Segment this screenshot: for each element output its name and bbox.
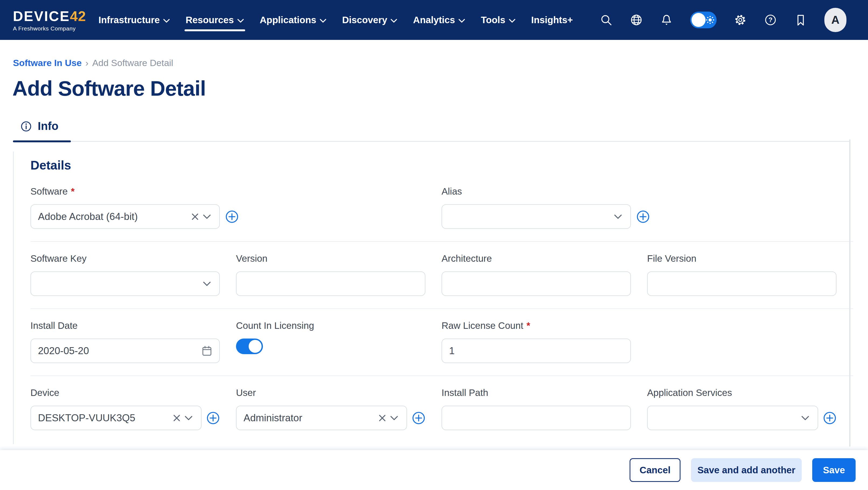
cancel-button[interactable]: Cancel [629,458,681,482]
chevron-down-icon [163,19,170,23]
software-select[interactable]: Adobe Acrobat (64-bit) [30,204,220,229]
notifications-bell-icon[interactable] [660,13,673,26]
chevron-down-icon[interactable] [612,211,624,223]
architecture-input[interactable] [441,271,631,296]
menu-label: Tools [481,15,505,25]
menu-discovery[interactable]: Discovery [342,0,397,40]
device-select[interactable]: DESKTOP-VUUK3Q5 [30,406,202,430]
scrollbar[interactable] [849,139,850,446]
field-install-path: Install Path [441,387,631,430]
field-label: Device [30,387,220,398]
menu-label: Applications [260,15,316,25]
install-path-input[interactable] [441,406,631,430]
form-row-1: Software* Adobe Acrobat (64-bit) Alias [30,186,853,242]
breadcrumb-current: Add Software Detail [92,58,173,68]
field-raw-license-count: Raw License Count* [441,320,631,363]
field-application-services: Application Services [647,387,836,430]
menu-label: Infrastructure [98,15,160,25]
page-title: Add Software Detail [12,76,868,101]
save-and-add-another-button[interactable]: Save and add another [691,458,802,482]
brand-name: DEVICE [13,8,70,24]
help-icon[interactable]: ? [764,13,777,26]
chevron-down-icon[interactable] [388,412,400,424]
menu-label: Resources [186,15,234,25]
chevron-down-icon[interactable] [799,412,811,424]
form-row-2: Software Key Version Architecture File [30,242,853,309]
chevron-down-icon [319,19,327,23]
user-avatar[interactable]: A [824,8,846,32]
chevron-down-icon[interactable] [183,412,194,424]
info-icon [20,120,32,133]
field-architecture: Architecture [441,253,631,296]
breadcrumb-separator: › [85,58,88,68]
user-select[interactable]: Administrator [236,406,407,430]
field-label: Raw License Count* [441,320,631,331]
clear-icon[interactable] [376,412,388,424]
field-label: Count In Licensing [236,320,425,331]
clear-icon[interactable] [189,211,201,223]
chevron-down-icon [458,19,465,23]
count-in-licensing-toggle[interactable] [236,339,263,354]
alias-select[interactable] [441,204,631,229]
add-device-button[interactable] [206,411,220,425]
clear-icon[interactable] [171,412,183,424]
bookmark-icon[interactable] [794,13,807,26]
calendar-icon[interactable] [201,345,213,357]
field-software-key: Software Key [30,253,220,296]
form-row-4: Device DESKTOP-VUUK3Q5 User Administrato… [30,376,853,437]
svg-text:?: ? [769,16,773,24]
form-row-3: Install Date 2020-05-20 Count In Licensi… [30,309,853,376]
add-application-service-button[interactable] [823,411,836,425]
tab-label: Info [38,120,58,133]
field-label: Install Date [30,320,220,331]
field-install-date: Install Date 2020-05-20 [30,320,220,363]
search-icon[interactable] [600,13,613,26]
tab-info[interactable]: Info [13,120,71,142]
theme-toggle[interactable] [690,11,717,28]
add-user-button[interactable] [412,411,425,425]
menu-applications[interactable]: Applications [260,0,327,40]
save-button[interactable]: Save [812,458,856,482]
application-services-select[interactable] [647,406,818,430]
menu-tools[interactable]: Tools [481,0,516,40]
install-date-picker[interactable]: 2020-05-20 [30,339,220,363]
menu-analytics[interactable]: Analytics [413,0,465,40]
chevron-down-icon[interactable] [201,211,213,223]
field-label: User [236,387,425,398]
field-label: Software Key [30,253,220,264]
required-marker: * [527,320,530,331]
field-label: Alias [441,186,631,197]
globe-icon[interactable] [630,13,643,26]
details-heading: Details [30,158,850,173]
install-date-value: 2020-05-20 [38,345,201,356]
field-file-version: File Version [647,253,836,296]
required-marker: * [71,186,74,197]
menu-label: Discovery [342,15,387,25]
user-value: Administrator [244,412,376,424]
nav-actions: ? A [600,8,846,32]
version-input[interactable] [236,271,425,296]
settings-gear-icon[interactable] [734,13,747,26]
field-alias: Alias [441,186,631,229]
menu-insights-plus[interactable]: Insights+ [531,0,573,40]
add-software-button[interactable] [225,210,239,224]
field-software: Software* Adobe Acrobat (64-bit) [30,186,220,229]
menu-resources[interactable]: Resources [186,0,244,40]
details-section: Details Software* Adobe Acrobat (64-bit) [13,151,850,444]
chevron-down-icon[interactable] [201,278,213,290]
field-label: Application Services [647,387,836,398]
menu-infrastructure[interactable]: Infrastructure [98,0,170,40]
add-alias-button[interactable] [636,210,650,224]
raw-license-count-input[interactable] [441,339,631,363]
device-value: DESKTOP-VUUK3Q5 [38,412,171,424]
file-version-input[interactable] [647,271,836,296]
breadcrumb-parent-link[interactable]: Software In Use [13,58,82,68]
software-key-select[interactable] [30,271,220,296]
field-device: Device DESKTOP-VUUK3Q5 [30,387,220,430]
avatar-initial: A [831,13,839,26]
brand-logo[interactable]: DEVICE 42 A Freshworks Company [13,8,86,32]
field-user: User Administrator [236,387,425,430]
software-value: Adobe Acrobat (64-bit) [38,211,189,222]
chevron-down-icon [508,19,516,23]
tab-baseline [13,141,850,142]
